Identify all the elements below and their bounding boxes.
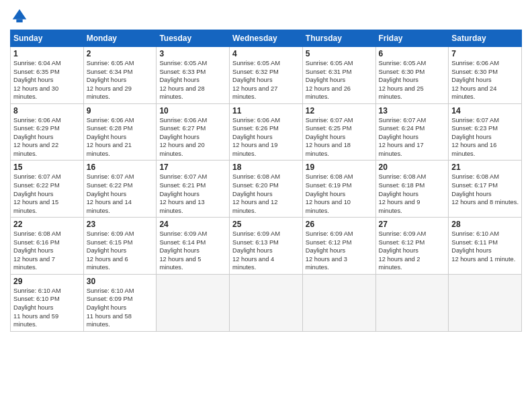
col-header-monday: Monday	[83, 30, 157, 47]
day-info: Sunrise: 6:07 AMSunset: 6:22 PMDaylight …	[87, 173, 154, 215]
calendar-cell: 22Sunrise: 6:08 AMSunset: 6:16 PMDayligh…	[11, 218, 84, 275]
day-info: Sunrise: 6:06 AMSunset: 6:27 PMDaylight …	[159, 116, 226, 158]
col-header-wednesday: Wednesday	[230, 30, 303, 47]
calendar-cell: 8Sunrise: 6:06 AMSunset: 6:29 PMDaylight…	[11, 103, 84, 161]
col-header-thursday: Thursday	[302, 30, 375, 47]
calendar-cell: 10Sunrise: 6:06 AMSunset: 6:27 PMDayligh…	[157, 103, 230, 161]
day-info: Sunrise: 6:09 AMSunset: 6:15 PMDaylight …	[87, 230, 154, 272]
day-info: Sunrise: 6:09 AMSunset: 6:12 PMDaylight …	[306, 230, 373, 272]
day-number: 4	[232, 49, 300, 58]
day-number: 13	[379, 106, 446, 116]
calendar-cell: 18Sunrise: 6:08 AMSunset: 6:20 PMDayligh…	[230, 161, 303, 218]
calendar-cell: 26Sunrise: 6:09 AMSunset: 6:12 PMDayligh…	[302, 218, 375, 275]
calendar-cell: 13Sunrise: 6:07 AMSunset: 6:24 PMDayligh…	[375, 103, 449, 161]
calendar-cell: 17Sunrise: 6:07 AMSunset: 6:21 PMDayligh…	[157, 161, 230, 218]
svg-marker-0	[13, 9, 27, 19]
day-number: 17	[159, 163, 226, 172]
day-number: 9	[87, 106, 154, 116]
calendar-cell: 16Sunrise: 6:07 AMSunset: 6:22 PMDayligh…	[83, 161, 157, 218]
calendar-week-5: 29Sunrise: 6:10 AMSunset: 6:10 PMDayligh…	[11, 274, 522, 331]
calendar-cell: 2Sunrise: 6:05 AMSunset: 6:34 PMDaylight…	[83, 47, 157, 104]
day-info: Sunrise: 6:06 AMSunset: 6:28 PMDaylight …	[87, 116, 154, 158]
calendar-cell	[375, 274, 449, 331]
day-number: 21	[451, 163, 519, 172]
day-number: 30	[87, 277, 154, 286]
day-info: Sunrise: 6:09 AMSunset: 6:14 PMDaylight …	[159, 230, 226, 272]
day-number: 11	[232, 106, 300, 116]
day-number: 29	[13, 277, 81, 286]
day-info: Sunrise: 6:06 AMSunset: 6:30 PMDaylight …	[451, 59, 519, 101]
day-info: Sunrise: 6:08 AMSunset: 6:19 PMDaylight …	[306, 173, 373, 215]
calendar-week-4: 22Sunrise: 6:08 AMSunset: 6:16 PMDayligh…	[11, 218, 522, 275]
day-number: 8	[13, 106, 81, 116]
day-info: Sunrise: 6:05 AMSunset: 6:34 PMDaylight …	[87, 59, 154, 101]
calendar-cell: 5Sunrise: 6:05 AMSunset: 6:31 PMDaylight…	[302, 47, 375, 104]
calendar-cell	[449, 274, 522, 331]
calendar-cell: 12Sunrise: 6:07 AMSunset: 6:25 PMDayligh…	[302, 103, 375, 161]
calendar-cell: 11Sunrise: 6:06 AMSunset: 6:26 PMDayligh…	[230, 103, 303, 161]
day-info: Sunrise: 6:07 AMSunset: 6:23 PMDaylight …	[451, 116, 519, 158]
day-info: Sunrise: 6:08 AMSunset: 6:16 PMDaylight …	[13, 230, 81, 272]
day-number: 2	[87, 49, 154, 58]
logo-icon	[10, 7, 29, 26]
calendar-cell: 30Sunrise: 6:10 AMSunset: 6:09 PMDayligh…	[83, 274, 157, 331]
day-info: Sunrise: 6:07 AMSunset: 6:25 PMDaylight …	[306, 116, 373, 158]
day-info: Sunrise: 6:04 AMSunset: 6:35 PMDaylight …	[13, 59, 81, 101]
day-number: 26	[306, 220, 373, 229]
day-info: Sunrise: 6:05 AMSunset: 6:32 PMDaylight …	[232, 59, 300, 101]
day-info: Sunrise: 6:08 AMSunset: 6:18 PMDaylight …	[379, 173, 446, 215]
calendar-cell: 25Sunrise: 6:09 AMSunset: 6:13 PMDayligh…	[230, 218, 303, 275]
calendar-cell: 20Sunrise: 6:08 AMSunset: 6:18 PMDayligh…	[375, 161, 449, 218]
day-number: 22	[13, 220, 81, 229]
calendar-cell	[157, 274, 230, 331]
col-header-saturday: Saturday	[449, 30, 522, 47]
svg-rect-1	[16, 19, 22, 23]
day-number: 27	[379, 220, 446, 229]
calendar-cell: 23Sunrise: 6:09 AMSunset: 6:15 PMDayligh…	[83, 218, 157, 275]
calendar-cell: 28Sunrise: 6:10 AMSunset: 6:11 PMDayligh…	[449, 218, 522, 275]
day-info: Sunrise: 6:06 AMSunset: 6:26 PMDaylight …	[232, 116, 300, 158]
calendar-cell: 19Sunrise: 6:08 AMSunset: 6:19 PMDayligh…	[302, 161, 375, 218]
calendar-header-row: SundayMondayTuesdayWednesdayThursdayFrid…	[11, 30, 522, 47]
day-number: 10	[159, 106, 226, 116]
calendar-cell: 15Sunrise: 6:07 AMSunset: 6:22 PMDayligh…	[11, 161, 84, 218]
day-number: 18	[232, 163, 300, 172]
day-info: Sunrise: 6:07 AMSunset: 6:21 PMDaylight …	[159, 173, 226, 215]
day-info: Sunrise: 6:08 AMSunset: 6:17 PMDaylight …	[451, 173, 519, 206]
calendar: SundayMondayTuesdayWednesdayThursdayFrid…	[10, 30, 522, 332]
calendar-cell: 29Sunrise: 6:10 AMSunset: 6:10 PMDayligh…	[11, 274, 84, 331]
day-info: Sunrise: 6:08 AMSunset: 6:20 PMDaylight …	[232, 173, 300, 215]
day-number: 25	[232, 220, 300, 229]
day-number: 24	[159, 220, 226, 229]
calendar-cell: 6Sunrise: 6:05 AMSunset: 6:30 PMDaylight…	[375, 47, 449, 104]
page: SundayMondayTuesdayWednesdayThursdayFrid…	[0, 0, 532, 411]
calendar-cell: 3Sunrise: 6:05 AMSunset: 6:33 PMDaylight…	[157, 47, 230, 104]
day-info: Sunrise: 6:06 AMSunset: 6:29 PMDaylight …	[13, 116, 81, 158]
day-info: Sunrise: 6:07 AMSunset: 6:24 PMDaylight …	[379, 116, 446, 158]
day-info: Sunrise: 6:05 AMSunset: 6:31 PMDaylight …	[306, 59, 373, 101]
calendar-cell: 7Sunrise: 6:06 AMSunset: 6:30 PMDaylight…	[449, 47, 522, 104]
col-header-friday: Friday	[375, 30, 449, 47]
calendar-cell: 24Sunrise: 6:09 AMSunset: 6:14 PMDayligh…	[157, 218, 230, 275]
calendar-cell	[230, 274, 303, 331]
calendar-cell: 21Sunrise: 6:08 AMSunset: 6:17 PMDayligh…	[449, 161, 522, 218]
calendar-cell: 1Sunrise: 6:04 AMSunset: 6:35 PMDaylight…	[11, 47, 84, 104]
day-number: 3	[159, 49, 226, 58]
day-info: Sunrise: 6:09 AMSunset: 6:13 PMDaylight …	[232, 230, 300, 272]
col-header-tuesday: Tuesday	[157, 30, 230, 47]
calendar-cell	[302, 274, 375, 331]
header	[10, 7, 522, 26]
day-number: 23	[87, 220, 154, 229]
calendar-week-3: 15Sunrise: 6:07 AMSunset: 6:22 PMDayligh…	[11, 161, 522, 218]
day-number: 28	[451, 220, 519, 229]
day-number: 19	[306, 163, 373, 172]
day-info: Sunrise: 6:07 AMSunset: 6:22 PMDaylight …	[13, 173, 81, 215]
day-info: Sunrise: 6:05 AMSunset: 6:33 PMDaylight …	[159, 59, 226, 101]
day-number: 1	[13, 49, 81, 58]
day-number: 6	[379, 49, 446, 58]
calendar-week-2: 8Sunrise: 6:06 AMSunset: 6:29 PMDaylight…	[11, 103, 522, 161]
calendar-cell: 9Sunrise: 6:06 AMSunset: 6:28 PMDaylight…	[83, 103, 157, 161]
day-number: 14	[451, 106, 519, 116]
calendar-cell: 14Sunrise: 6:07 AMSunset: 6:23 PMDayligh…	[449, 103, 522, 161]
calendar-cell: 27Sunrise: 6:09 AMSunset: 6:12 PMDayligh…	[375, 218, 449, 275]
